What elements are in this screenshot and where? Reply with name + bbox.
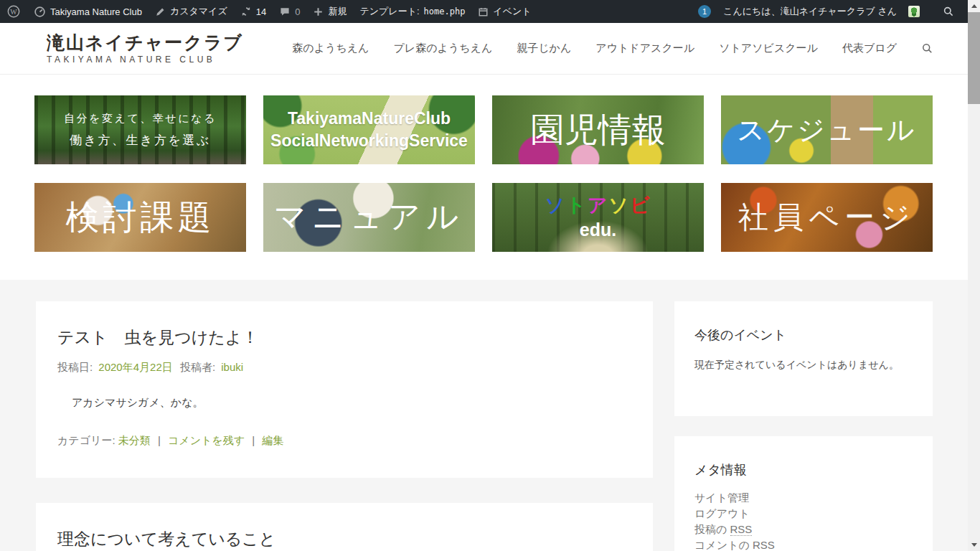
triangle-down-icon xyxy=(971,543,977,547)
posts-rss-link[interactable]: 投稿の RSS xyxy=(694,523,752,536)
my-account-menu[interactable]: こんにちは、滝山ネイチャークラブ さん xyxy=(717,0,936,23)
tile-staff-page[interactable]: 社員ページ xyxy=(721,183,933,252)
nav-item-oyako-jikan[interactable]: 親子じかん xyxy=(517,42,571,55)
post-card-2: 理念について考えていること 投稿日: 2020年3月31日 投稿者: 滝山ネイチ… xyxy=(36,503,653,551)
post-title[interactable]: 理念について考えていること xyxy=(57,528,631,550)
svg-text:W: W xyxy=(10,8,17,16)
template-label: テンプレート: xyxy=(359,5,419,18)
comment-bubble-icon xyxy=(279,6,291,17)
header-search-icon[interactable] xyxy=(921,42,933,55)
tile-mission[interactable]: 自分を変えて、幸せになる 働き方、生き方を選ぶ xyxy=(34,95,246,164)
nav-item-daihyo-blog[interactable]: 代表ブログ xyxy=(842,42,897,55)
tile-schedule-label: スケジュール xyxy=(737,116,916,143)
list-item: コメントの RSS xyxy=(694,539,913,551)
nav-item-pre-mori[interactable]: プレ森のようちえん xyxy=(393,42,492,55)
tile-sns-line1: TakiyamaNatureClub xyxy=(288,108,451,130)
site-name-label: Takiyama Nature Club xyxy=(50,6,142,17)
customize-label: カスタマイズ xyxy=(170,5,227,18)
tile-sotoasobi-edu[interactable]: ソトアソビ edu. xyxy=(492,183,704,252)
sidebar: 今後のイベント 現在予定されているイベントはありません。 メタ情報 サイト管理 … xyxy=(674,301,933,551)
customize-menu[interactable]: カスタマイズ xyxy=(149,0,234,23)
tile-sns[interactable]: TakiyamaNatureClub SocialNetworkingServi… xyxy=(263,95,475,164)
edit-link[interactable]: 編集 xyxy=(262,434,283,446)
post-title[interactable]: テスト 虫を見つけたよ！ xyxy=(57,326,631,349)
tile-sotoasobi-label: ソトアソビ xyxy=(545,196,651,215)
category-link[interactable]: 未分類 xyxy=(118,434,151,446)
tile-manual[interactable]: マニュアル xyxy=(263,183,475,252)
site-logo-title: 滝山ネイチャークラブ xyxy=(47,32,243,53)
plus-icon xyxy=(313,6,324,17)
post-author-link[interactable]: ibuki xyxy=(221,361,243,373)
comments-rss-link[interactable]: コメントの RSS xyxy=(694,539,775,551)
template-value: home.php xyxy=(424,6,466,17)
notification-badge[interactable]: 1 xyxy=(698,5,711,18)
triangle-up-icon xyxy=(971,4,977,8)
scrollbar-thumb[interactable] xyxy=(968,12,980,104)
update-arrows-icon xyxy=(240,6,252,17)
post-date-label: 投稿日: xyxy=(57,361,93,373)
separator: | xyxy=(158,434,161,446)
category-label: カテゴリー: xyxy=(57,434,116,446)
tile-grid: 自分を変えて、幸せになる 働き方、生き方を選ぶ TakiyamaNatureCl… xyxy=(0,75,968,280)
tile-mission-line1: 自分を変えて、幸せになる xyxy=(64,113,216,124)
meta-widget: メタ情報 サイト管理 ログアウト 投稿の RSS コメントの RSS xyxy=(674,436,933,551)
events-menu[interactable]: イベント xyxy=(471,0,537,23)
site-header: 滝山ネイチャークラブ TAKIYAMA NATURE CLUB 森のようちえん … xyxy=(0,23,968,75)
tile-staff-page-label: 社員ページ xyxy=(738,202,915,232)
update-count: 14 xyxy=(256,6,266,17)
list-item: 投稿の RSS xyxy=(694,523,913,537)
tile-kento-kadai[interactable]: 検討課題 xyxy=(34,183,246,252)
vertical-scrollbar[interactable] xyxy=(968,0,980,551)
site-logo-subtitle: TAKIYAMA NATURE CLUB xyxy=(47,55,243,65)
tile-enji-joho-label: 園児情報 xyxy=(531,113,666,147)
comments-menu[interactable]: 0 xyxy=(273,0,306,23)
post-date-link[interactable]: 2020年4月22日 xyxy=(98,361,172,373)
meta-widget-title: メタ情報 xyxy=(694,461,913,479)
list-item: サイト管理 xyxy=(694,491,913,505)
comment-count: 0 xyxy=(295,6,300,17)
upcoming-events-widget: 今後のイベント 現在予定されているイベントはありません。 xyxy=(674,301,933,416)
scrollbar-up-button[interactable] xyxy=(968,0,980,12)
tile-mission-line2: 働き方、生き方を選ぶ xyxy=(70,134,211,146)
site-name-menu[interactable]: Takiyama Nature Club xyxy=(27,0,149,23)
list-item: ログアウト xyxy=(694,507,913,521)
leave-comment-link[interactable]: コメントを残す xyxy=(168,434,245,446)
site-logo[interactable]: 滝山ネイチャークラブ TAKIYAMA NATURE CLUB xyxy=(47,32,243,65)
wp-admin-bar: W Takiyama Nature Club カスタマイズ 14 0 xyxy=(0,0,968,23)
new-content-menu[interactable]: 新規 xyxy=(306,0,353,23)
nav-item-outdoor-school[interactable]: アウトドアスクール xyxy=(595,42,694,55)
main-column: テスト 虫を見つけたよ！ 投稿日: 2020年4月22日 投稿者: ibuki … xyxy=(36,301,653,551)
post-meta: 投稿日: 2020年4月22日 投稿者: ibuki xyxy=(57,361,631,375)
post-footer: カテゴリー: 未分類 | コメントを残す | 編集 xyxy=(57,434,631,448)
pencil-icon xyxy=(155,6,166,17)
wordpress-logo-icon: W xyxy=(6,4,21,19)
admin-search[interactable] xyxy=(936,0,961,23)
dashboard-gauge-icon xyxy=(34,6,46,18)
content-area: テスト 虫を見つけたよ！ 投稿日: 2020年4月22日 投稿者: ibuki … xyxy=(0,280,968,551)
nav-item-mori-youchien[interactable]: 森のようちえん xyxy=(292,42,369,55)
events-empty-text: 現在予定されているイベントはありません。 xyxy=(694,359,913,372)
avatar xyxy=(908,6,920,17)
tile-edu-label: edu. xyxy=(580,221,616,239)
logout-link[interactable]: ログアウト xyxy=(694,507,750,519)
greeting-text: こんにちは、滝山ネイチャークラブ さん xyxy=(723,5,904,18)
events-widget-title: 今後のイベント xyxy=(694,326,913,344)
wp-logo-menu[interactable]: W xyxy=(0,0,27,23)
tile-schedule[interactable]: スケジュール xyxy=(721,95,933,164)
tile-manual-label: マニュアル xyxy=(274,202,464,233)
nav-item-sotoasobi-school[interactable]: ソトアソビスクール xyxy=(719,42,818,55)
updates-menu[interactable]: 14 xyxy=(234,0,273,23)
scrollbar-down-button[interactable] xyxy=(968,539,980,551)
events-label: イベント xyxy=(493,5,531,18)
tile-sns-line2: SocialNetworkingService xyxy=(270,130,468,152)
post-body: アカシマサシガメ、かな。 xyxy=(57,396,631,410)
separator: | xyxy=(252,434,255,446)
tile-kento-kadai-label: 検討課題 xyxy=(66,201,215,235)
search-icon xyxy=(943,6,954,17)
site-admin-link[interactable]: サイト管理 xyxy=(694,491,749,504)
new-label: 新規 xyxy=(328,5,347,18)
tile-enji-joho[interactable]: 園児情報 xyxy=(492,95,704,164)
template-menu[interactable]: テンプレート: home.php xyxy=(353,0,471,23)
primary-nav: 森のようちえん プレ森のようちえん 親子じかん アウトドアスクール ソトアソビス… xyxy=(292,42,933,55)
post-author-label: 投稿者: xyxy=(180,361,215,373)
